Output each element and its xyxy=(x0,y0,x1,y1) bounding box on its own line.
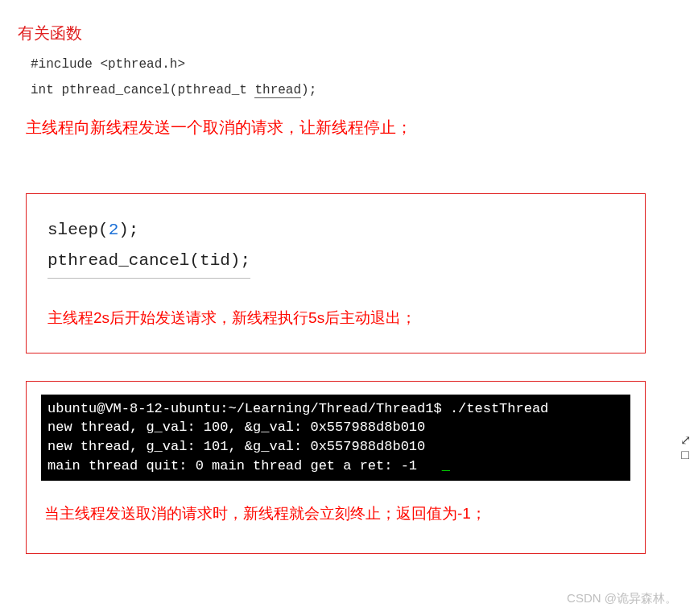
note-box2: 当主线程发送取消的请求时，新线程就会立刻终止；返回值为-1； xyxy=(44,503,630,524)
terminal-cursor: _ xyxy=(442,458,450,473)
terminal-line-2: new thread, g_val: 100, &g_val: 0x557988… xyxy=(47,420,425,435)
code-prototype-line: int pthread_cancel(pthread_t thread); xyxy=(31,83,698,97)
expand-icon[interactable]: ⤢ □ xyxy=(675,433,695,461)
code-box-1: sleep(2); pthread_cancel(tid); 主线程2s后开始发… xyxy=(26,193,646,353)
sleep-arg: 2 xyxy=(109,221,119,239)
code-snippet: sleep(2); pthread_cancel(tid); xyxy=(47,215,630,279)
proto-prefix: int pthread_cancel(pthread_t xyxy=(31,83,254,97)
code-header-block: #include <pthread.h> int pthread_cancel(… xyxy=(16,57,698,97)
sleep-post: ); xyxy=(118,221,138,239)
terminal-line-1: ubuntu@VM-8-12-ubuntu:~/Learning/Thread/… xyxy=(47,401,548,416)
code-line-sleep: sleep(2); xyxy=(47,215,630,246)
note-box1: 主线程2s后开始发送请求，新线程执行5s后主动退出； xyxy=(47,308,630,329)
note-main-cancel: 主线程向新线程发送一个取消的请求，让新线程停止； xyxy=(26,117,698,138)
terminal-line-4: main thread quit: 0 main thread get a re… xyxy=(47,458,442,473)
code-line-cancel: pthread_cancel(tid); xyxy=(47,246,250,279)
document-page: 有关函数 #include <pthread.h> int pthread_ca… xyxy=(0,0,698,554)
sleep-pre: sleep( xyxy=(47,221,109,239)
section-title: 有关函数 xyxy=(18,23,698,44)
watermark-text: CSDN @诡异森林。 xyxy=(567,591,677,606)
code-include-line: #include <pthread.h> xyxy=(31,57,698,72)
proto-suffix: ); xyxy=(301,83,316,97)
terminal-output: ubuntu@VM-8-12-ubuntu:~/Learning/Thread/… xyxy=(41,395,630,481)
terminal-box: ubuntu@VM-8-12-ubuntu:~/Learning/Thread/… xyxy=(26,381,646,554)
terminal-line-3: new thread, g_val: 101, &g_val: 0x557988… xyxy=(47,439,425,454)
proto-param-underlined: thread xyxy=(254,83,301,98)
